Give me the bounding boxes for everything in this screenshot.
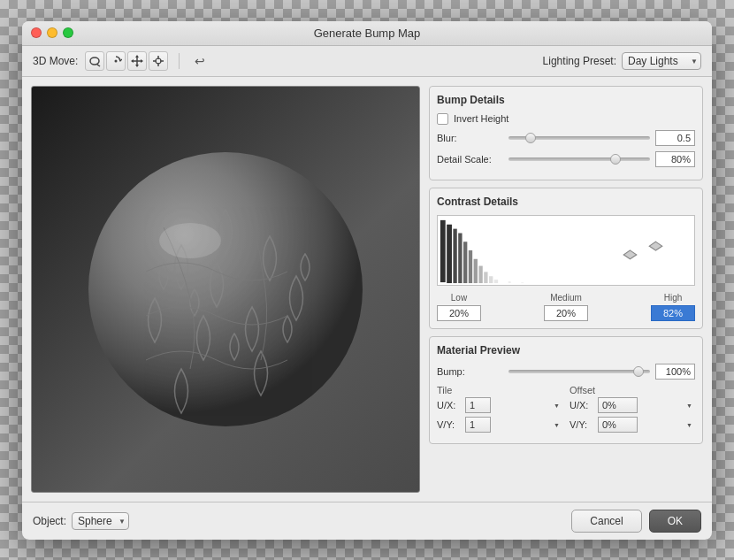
svg-marker-5 (135, 55, 139, 58)
svg-marker-8 (141, 59, 143, 63)
tile-vy-select[interactable]: 123 (465, 417, 491, 433)
offset-label: Offset (570, 385, 695, 395)
invert-height-row: Invert Height (437, 113, 695, 125)
offset-ux-select[interactable]: 0%10%20% (598, 397, 638, 413)
lighting-preset-select-wrapper: Day Lights Night Lights Custom (622, 52, 701, 70)
undo-button[interactable]: ↩ (190, 51, 210, 71)
bump-row: Bump: 100% (437, 364, 695, 380)
rotate-icon[interactable] (106, 51, 126, 71)
close-button[interactable] (31, 27, 42, 38)
detail-scale-label: Detail Scale: (437, 154, 503, 165)
lighting-preset-group: Lighting Preset: Day Lights Night Lights… (543, 52, 701, 70)
bottom-bar: Object: Sphere Cube Plane Cancel OK (22, 502, 712, 540)
tile-group: Tile U/X: 123 V/Y: (437, 385, 562, 436)
svg-rect-25 (478, 265, 482, 283)
lighting-preset-label: Lighting Preset: (543, 55, 616, 67)
maximize-button[interactable] (63, 27, 73, 38)
material-preview-title: Material Preview (437, 344, 695, 357)
generate-bump-map-window: Generate Bump Map 3D Move: ↩ Lighting Pr… (22, 21, 712, 540)
tile-label: Tile (437, 385, 562, 395)
svg-line-1 (97, 65, 100, 66)
low-col: Low (437, 293, 481, 321)
bump-slider-track (508, 370, 650, 373)
blur-slider-track (508, 136, 650, 140)
right-panel: Bump Details Invert Height Blur: 0.5 Det… (429, 86, 703, 493)
lasso-icon[interactable] (85, 51, 104, 71)
preview-canvas (31, 86, 420, 493)
blur-label: Blur: (437, 133, 503, 143)
svg-rect-23 (469, 250, 472, 283)
high-label: High (664, 293, 683, 303)
svg-rect-28 (494, 280, 498, 283)
bump-slider-thumb[interactable] (633, 366, 644, 377)
titlebar: Generate Bump Map (22, 21, 712, 46)
svg-rect-27 (489, 276, 493, 283)
invert-height-checkbox[interactable] (437, 113, 448, 125)
svg-marker-6 (135, 65, 139, 67)
toolbar-icons (85, 51, 168, 71)
high-input[interactable] (651, 305, 695, 321)
bump-details-section: Bump Details Invert Height Blur: 0.5 Det… (429, 86, 703, 180)
contrast-title: Contrast Details (437, 196, 695, 208)
tile-ux-select-wrapper: 123 (465, 397, 562, 413)
ok-button[interactable]: OK (649, 510, 701, 533)
svg-rect-26 (484, 272, 487, 283)
move-icon[interactable] (127, 51, 147, 71)
svg-rect-29 (508, 281, 511, 283)
svg-point-0 (90, 58, 99, 65)
object-select[interactable]: Sphere Cube Plane (72, 512, 129, 530)
material-preview-section: Material Preview Bump: 100% Tile U/X: (429, 336, 703, 444)
detail-scale-slider-track (508, 157, 650, 161)
toolbar-separator (179, 53, 180, 69)
svg-rect-19 (447, 224, 452, 282)
crosshair-icon[interactable] (149, 51, 168, 71)
svg-rect-20 (453, 228, 456, 282)
svg-rect-21 (458, 233, 462, 283)
detail-scale-slider-thumb[interactable] (610, 154, 621, 165)
main-content: Bump Details Invert Height Blur: 0.5 Det… (22, 77, 712, 502)
bump-details-title: Bump Details (437, 94, 695, 106)
invert-height-label: Invert Height (454, 113, 508, 124)
histogram (437, 215, 695, 286)
svg-point-15 (88, 152, 363, 426)
bump-value[interactable]: 100% (655, 364, 695, 380)
svg-point-2 (115, 59, 118, 62)
medium-col: Medium (544, 293, 588, 321)
detail-scale-row: Detail Scale: 80% (437, 151, 695, 167)
low-label: Low (451, 293, 467, 303)
bump-label: Bump: (437, 366, 503, 377)
offset-vy-select[interactable]: 0%10%20% (598, 417, 638, 433)
tile-ux-label: U/X: (437, 400, 462, 410)
detail-scale-value[interactable]: 80% (655, 151, 695, 167)
tile-ux-select[interactable]: 123 (465, 397, 491, 413)
blur-row: Blur: 0.5 (437, 130, 695, 146)
titlebar-buttons (31, 27, 73, 38)
preview-area (31, 86, 420, 493)
low-input[interactable] (437, 305, 481, 321)
offset-ux-label: U/X: (570, 400, 594, 410)
medium-input[interactable] (544, 305, 588, 321)
object-select-wrapper: Sphere Cube Plane (72, 512, 129, 530)
move-label: 3D Move: (33, 55, 78, 67)
high-col: High (651, 293, 695, 321)
bottom-buttons: Cancel OK (571, 510, 701, 533)
cancel-button[interactable]: Cancel (571, 510, 641, 533)
blur-slider-thumb[interactable] (525, 133, 536, 143)
blur-value[interactable]: 0.5 (655, 130, 695, 146)
offset-vy-row: V/Y: 0%10%20% (570, 417, 695, 433)
offset-vy-label: V/Y: (570, 419, 594, 430)
object-label: Object: (33, 515, 66, 527)
tile-offset-grid: Tile U/X: 123 V/Y: (437, 385, 695, 436)
lighting-preset-select[interactable]: Day Lights Night Lights Custom (622, 52, 701, 70)
svg-rect-24 (474, 258, 478, 282)
offset-ux-select-wrapper: 0%10%20% (598, 397, 695, 413)
bump-slider-container[interactable] (508, 365, 650, 378)
detail-scale-slider-container[interactable] (508, 153, 650, 165)
sphere-container (75, 139, 376, 440)
svg-point-16 (159, 223, 221, 258)
contrast-values: Low Medium High (437, 293, 695, 321)
toolbar: 3D Move: ↩ Lighting Preset: Day Lights N… (22, 46, 712, 77)
svg-rect-18 (440, 219, 446, 281)
blur-slider-container[interactable] (508, 132, 650, 144)
minimize-button[interactable] (47, 27, 57, 38)
